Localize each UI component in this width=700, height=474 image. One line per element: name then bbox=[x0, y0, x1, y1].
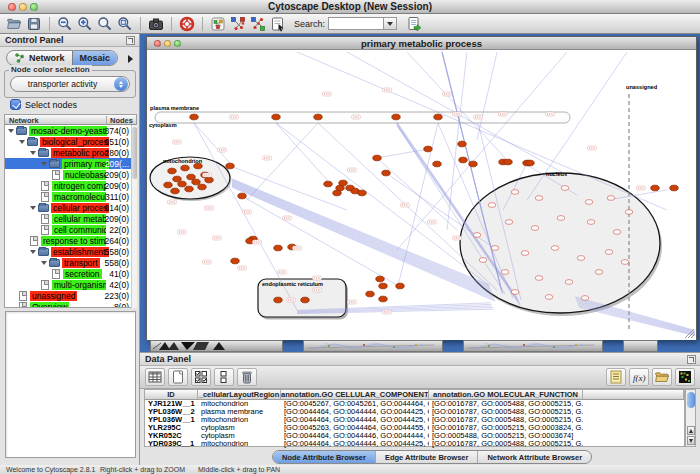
delete-attribute-button[interactable] bbox=[237, 368, 257, 386]
node-color-dropdown[interactable]: transporter activity bbox=[10, 76, 130, 92]
tree-scrollbar-thumb[interactable] bbox=[132, 127, 137, 179]
network-node-outline[interactable] bbox=[607, 196, 615, 201]
minimized-window[interactable] bbox=[623, 340, 658, 352]
tree-row[interactable]: macromolecule311(0) bbox=[5, 191, 136, 202]
tree-row[interactable]: nitrogen compo209(0) bbox=[5, 180, 136, 191]
network-node[interactable] bbox=[238, 193, 246, 199]
network-node[interactable] bbox=[187, 174, 195, 180]
network-node[interactable] bbox=[458, 141, 466, 147]
network-node[interactable] bbox=[198, 184, 206, 190]
network-node[interactable] bbox=[651, 185, 659, 191]
network-node-outline[interactable] bbox=[491, 246, 499, 251]
notes-button[interactable] bbox=[606, 368, 626, 386]
float-panel-icon[interactable] bbox=[126, 36, 135, 45]
network-node[interactable] bbox=[231, 258, 239, 264]
network-node[interactable] bbox=[301, 297, 309, 303]
layout-organic-button[interactable] bbox=[248, 15, 268, 33]
network-node[interactable] bbox=[424, 146, 432, 152]
network-window-titlebar[interactable]: primary metabolic process bbox=[147, 37, 696, 50]
expand-arrow-icon[interactable] bbox=[30, 206, 36, 210]
network-node[interactable] bbox=[168, 168, 176, 174]
table-row[interactable]: YDR039C__1mitochondrion[GO:0044464, GO:0… bbox=[145, 440, 684, 448]
network-node-outline[interactable] bbox=[511, 290, 519, 295]
network-node[interactable] bbox=[469, 161, 477, 167]
minimized-window[interactable] bbox=[303, 340, 443, 352]
expand-arrow-icon[interactable] bbox=[8, 129, 14, 133]
expand-arrow-icon[interactable] bbox=[19, 140, 25, 144]
tree-row[interactable]: biological_process651(0) bbox=[5, 136, 136, 147]
table-row[interactable]: YLR295Ccytoplasm[GO:0045263, GO:0044464,… bbox=[145, 424, 684, 432]
minimize-window-icon[interactable] bbox=[19, 3, 27, 11]
network-node[interactable] bbox=[181, 165, 189, 171]
table-row[interactable]: YKR052Ccytoplasm[GO:0044464, GO:0044446,… bbox=[145, 432, 684, 440]
annotation-button[interactable] bbox=[268, 15, 288, 33]
network-node[interactable] bbox=[164, 182, 172, 188]
attribute-table-button[interactable] bbox=[145, 368, 165, 386]
birds-eye-view[interactable] bbox=[5, 311, 136, 458]
tree-row[interactable]: multi-organism pro42(0) bbox=[5, 279, 136, 290]
network-node-outline[interactable] bbox=[557, 216, 565, 221]
table-row[interactable]: YPL036W__1mitochondrion[GO:0044464, GO:0… bbox=[145, 416, 684, 424]
open-session-button[interactable] bbox=[4, 15, 24, 33]
network-node[interactable] bbox=[190, 114, 198, 120]
function-builder-button[interactable]: f(x) bbox=[629, 368, 649, 386]
network-node-outline[interactable] bbox=[621, 260, 629, 265]
network-node-outline[interactable] bbox=[613, 230, 621, 235]
table-scrollbar-thumb[interactable] bbox=[687, 392, 695, 408]
network-overview-button[interactable] bbox=[208, 15, 228, 33]
search-dropdown-button[interactable] bbox=[384, 17, 397, 30]
zoom-window-icon[interactable] bbox=[30, 3, 38, 11]
minimized-window[interactable] bbox=[150, 340, 283, 352]
snapshot-button[interactable] bbox=[146, 15, 166, 33]
tree-row[interactable]: primary metabo209(... bbox=[5, 158, 136, 169]
tree-row[interactable]: cell communicat22(0) bbox=[5, 224, 136, 235]
network-node-outline[interactable] bbox=[565, 280, 573, 285]
tab-network[interactable]: Network bbox=[7, 51, 72, 65]
minimized-window[interactable] bbox=[463, 340, 603, 352]
network-node[interactable] bbox=[333, 190, 341, 196]
network-node-outline[interactable] bbox=[473, 233, 481, 238]
network-node-outline[interactable] bbox=[551, 246, 559, 251]
zoom-selected-button[interactable] bbox=[95, 15, 115, 33]
network-node[interactable] bbox=[366, 291, 374, 297]
scroll-down-button[interactable] bbox=[687, 436, 695, 445]
tree-row[interactable]: secretion41(0) bbox=[5, 268, 136, 279]
help-button[interactable] bbox=[177, 15, 197, 33]
network-node[interactable] bbox=[382, 170, 390, 176]
tree-row[interactable]: transport558(0) bbox=[5, 257, 136, 268]
network-node-outline[interactable] bbox=[501, 270, 509, 275]
network-node-outline[interactable] bbox=[585, 200, 593, 205]
network-node[interactable] bbox=[459, 157, 467, 163]
network-node[interactable] bbox=[274, 245, 282, 251]
network-node[interactable] bbox=[396, 283, 404, 289]
network-node[interactable] bbox=[194, 163, 202, 169]
expand-arrow-icon[interactable] bbox=[30, 151, 36, 155]
network-node[interactable] bbox=[185, 186, 193, 192]
import-attributes-button[interactable] bbox=[404, 15, 424, 33]
tree-row[interactable]: response to stimulu264(0) bbox=[5, 235, 136, 246]
zoom-view-icon[interactable] bbox=[174, 40, 181, 47]
tab-overflow-icon[interactable] bbox=[128, 55, 133, 63]
tree-header[interactable]: Network Nodes bbox=[4, 114, 137, 125]
new-attribute-button[interactable] bbox=[168, 368, 188, 386]
tree-row[interactable]: cellular process614(0) bbox=[5, 202, 136, 213]
column-header[interactable]: _cellularLayoutRegion bbox=[198, 390, 281, 399]
tab-node-attribute-browser[interactable]: Node Attribute Browser bbox=[273, 451, 375, 463]
network-node-outline[interactable] bbox=[545, 295, 553, 300]
tree-row[interactable]: metabolic process280(0) bbox=[5, 147, 136, 158]
column-header[interactable]: annotation.GO MOLECULAR_FUNCTION bbox=[429, 390, 583, 399]
network-node[interactable] bbox=[392, 114, 400, 120]
save-session-button[interactable] bbox=[24, 15, 44, 33]
network-node[interactable] bbox=[272, 114, 280, 120]
network-node-outline[interactable] bbox=[587, 220, 595, 225]
close-window-icon[interactable] bbox=[8, 3, 16, 11]
select-attributes-button[interactable] bbox=[191, 368, 211, 386]
expand-arrow-icon[interactable] bbox=[41, 162, 47, 166]
network-node[interactable] bbox=[433, 161, 441, 167]
matrix-view-button[interactable] bbox=[675, 368, 695, 386]
float-data-panel-icon[interactable] bbox=[687, 355, 696, 364]
network-node-outline[interactable] bbox=[511, 190, 519, 195]
network-node-outline[interactable] bbox=[488, 203, 496, 208]
network-node-outline[interactable] bbox=[521, 251, 529, 256]
network-node[interactable] bbox=[526, 160, 534, 166]
